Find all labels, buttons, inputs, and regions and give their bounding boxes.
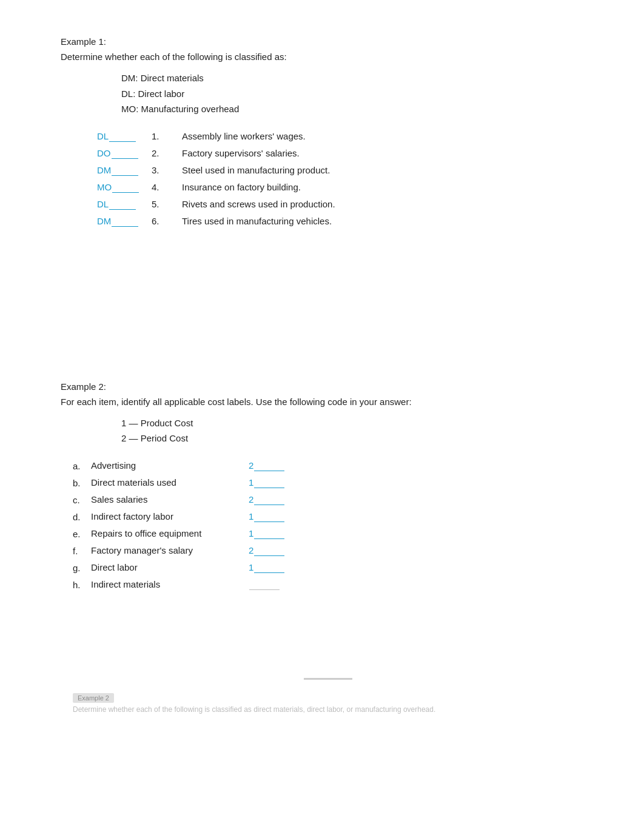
example2-instructions: For each item, identify all applicable c… bbox=[61, 397, 473, 407]
bottom-divider bbox=[304, 678, 352, 680]
ex2-letter-c: c. bbox=[73, 491, 91, 508]
ex1-row-2: DO 2. Factory supervisors' salaries. bbox=[97, 145, 335, 162]
ex1-desc-5: Rivets and screws used in production. bbox=[182, 196, 335, 213]
example1-title: Example 1: bbox=[61, 36, 595, 47]
ex2-row-e: e. Repairs to office equipment 1 bbox=[73, 525, 284, 542]
ex2-row-a: a. Advertising 2 bbox=[73, 457, 284, 474]
ex2-letter-f: f. bbox=[73, 542, 91, 559]
ex2-answer-e: 1 bbox=[236, 525, 284, 542]
ex2-answer-a: 2 bbox=[236, 457, 284, 474]
ex1-desc-4: Insurance on factory building. bbox=[182, 179, 335, 196]
ex1-answer-3: DM bbox=[97, 162, 146, 179]
ex2-answer-g: 1 bbox=[236, 559, 284, 576]
ex1-row-4: MO 4. Insurance on factory building. bbox=[97, 179, 335, 196]
example2-title: Example 2: bbox=[61, 381, 595, 392]
code-mo: MO: Manufacturing overhead bbox=[121, 101, 595, 117]
ex1-row-3: DM 3. Steel used in manufacturing produc… bbox=[97, 162, 335, 179]
ex2-item-g: Direct labor bbox=[91, 559, 236, 576]
example1-codes: DM: Direct materials DL: Direct labor MO… bbox=[121, 70, 595, 117]
ex2-row-b: b. Direct materials used 1 bbox=[73, 474, 284, 491]
ex2-answer-f: 2 bbox=[236, 542, 284, 559]
code-product: 1 — Product Cost bbox=[121, 415, 595, 431]
ex1-desc-3: Steel used in manufacturing product. bbox=[182, 162, 335, 179]
ex1-row-6: DM 6. Tires used in manufacturing vehicl… bbox=[97, 213, 335, 230]
ex2-row-c: c. Sales salaries 2 bbox=[73, 491, 284, 508]
ex1-num-6: 6. bbox=[146, 213, 182, 230]
ex2-row-f: f. Factory manager's salary 2 bbox=[73, 542, 284, 559]
ex2-row-g: g. Direct labor 1 bbox=[73, 559, 284, 576]
footer-label: Example 2 bbox=[73, 693, 114, 703]
ex1-num-5: 5. bbox=[146, 196, 182, 213]
ex2-item-d: Indirect factory labor bbox=[91, 508, 236, 525]
example2-section: Example 2: For each item, identify all a… bbox=[61, 381, 595, 593]
example1-instructions: Determine whether each of the following … bbox=[61, 52, 473, 62]
ex1-row-1: DL 1. Assembly line workers' wages. bbox=[97, 128, 335, 145]
footer-text: Determine whether each of the following … bbox=[73, 705, 595, 714]
ex1-row-5: DL 5. Rivets and screws used in producti… bbox=[97, 196, 335, 213]
ex1-num-3: 3. bbox=[146, 162, 182, 179]
ex2-answer-d: 1 bbox=[236, 508, 284, 525]
ex2-letter-e: e. bbox=[73, 525, 91, 542]
ex1-answer-5: DL bbox=[97, 196, 146, 213]
ex2-item-a: Advertising bbox=[91, 457, 236, 474]
code-dm: DM: Direct materials bbox=[121, 70, 595, 86]
bottom-divider-area bbox=[61, 678, 595, 680]
example2-table: a. Advertising 2 b. Direct materials use… bbox=[73, 457, 284, 593]
ex2-letter-h: h. bbox=[73, 576, 91, 593]
example2-codes: 1 — Product Cost 2 — Period Cost bbox=[121, 415, 595, 446]
ex1-desc-1: Assembly line workers' wages. bbox=[182, 128, 335, 145]
ex2-item-h: Indirect materials bbox=[91, 576, 236, 593]
ex2-answer-h bbox=[236, 576, 284, 593]
ex1-num-1: 1. bbox=[146, 128, 182, 145]
ex1-answer-6: DM bbox=[97, 213, 146, 230]
section-gap bbox=[61, 248, 595, 381]
code-dl: DL: Direct labor bbox=[121, 86, 595, 102]
ex2-row-h: h. Indirect materials bbox=[73, 576, 284, 593]
ex2-item-e: Repairs to office equipment bbox=[91, 525, 236, 542]
ex2-letter-a: a. bbox=[73, 457, 91, 474]
ex1-desc-2: Factory supervisors' salaries. bbox=[182, 145, 335, 162]
ex1-desc-6: Tires used in manufacturing vehicles. bbox=[182, 213, 335, 230]
ex2-answer-b: 1 bbox=[236, 474, 284, 491]
page-wrapper: Example 1: Determine whether each of the… bbox=[61, 36, 595, 813]
ex2-answer-c: 2 bbox=[236, 491, 284, 508]
ex2-letter-b: b. bbox=[73, 474, 91, 491]
ex2-item-b: Direct materials used bbox=[91, 474, 236, 491]
ex2-letter-g: g. bbox=[73, 559, 91, 576]
example1-section: Example 1: Determine whether each of the… bbox=[61, 36, 595, 230]
ex2-item-c: Sales salaries bbox=[91, 491, 236, 508]
ex2-letter-d: d. bbox=[73, 508, 91, 525]
ex1-num-4: 4. bbox=[146, 179, 182, 196]
example1-table: DL 1. Assembly line workers' wages. DO 2… bbox=[97, 128, 335, 230]
ex1-num-2: 2. bbox=[146, 145, 182, 162]
footer-area: Example 2 Determine whether each of the … bbox=[61, 692, 595, 714]
ex2-row-d: d. Indirect factory labor 1 bbox=[73, 508, 284, 525]
ex1-answer-4: MO bbox=[97, 179, 146, 196]
ex1-answer-2: DO bbox=[97, 145, 146, 162]
ex2-item-f: Factory manager's salary bbox=[91, 542, 236, 559]
ex1-answer-1: DL bbox=[97, 128, 146, 145]
code-period: 2 — Period Cost bbox=[121, 431, 595, 446]
